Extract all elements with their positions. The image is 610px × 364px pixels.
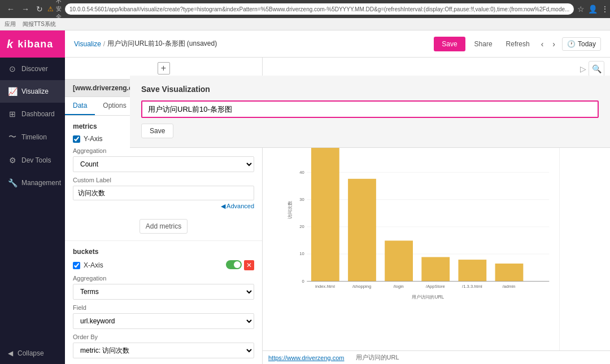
collapse-label: Collapse bbox=[18, 349, 44, 357]
bar-5[interactable] bbox=[458, 260, 486, 281]
sidebar: k kibana ⊙ Discover 📈 Visualize ⊞ Dashbo… bbox=[0, 30, 65, 364]
footer-link[interactable]: https://www.driverzeng.com bbox=[268, 354, 345, 361]
forward-btn[interactable]: → bbox=[19, 3, 32, 15]
dashboard-icon: ⊞ bbox=[8, 109, 17, 119]
svg-text:/login: /login bbox=[394, 284, 404, 289]
kibana-logo[interactable]: k kibana bbox=[0, 30, 65, 58]
svg-text:/1.3.3.html: /1.3.3.html bbox=[462, 284, 482, 289]
save-modal-title: Save Visualization bbox=[141, 85, 599, 94]
y-axis-checkbox[interactable] bbox=[73, 135, 80, 143]
x-axis-controls: ✕ bbox=[226, 260, 254, 270]
management-icon: 🔧 bbox=[8, 178, 17, 187]
collapse-icon: ◀ bbox=[8, 349, 13, 357]
visualize-icon: 📈 bbox=[8, 87, 17, 96]
sidebar-item-discover[interactable]: ⊙ Discover bbox=[0, 58, 65, 80]
svg-text:/admin: /admin bbox=[503, 284, 516, 289]
aggregation-field-label: Aggregation bbox=[73, 147, 254, 154]
bar-3[interactable] bbox=[385, 240, 413, 281]
sidebar-collapse-btn[interactable]: ◀ Collapse bbox=[0, 343, 65, 364]
x-axis-delete-btn[interactable]: ✕ bbox=[244, 260, 254, 270]
bookmark-icon[interactable]: ☆ bbox=[577, 5, 585, 14]
sidebar-item-dashboard[interactable]: ⊞ Dashboard bbox=[0, 103, 65, 125]
top-actions: Save Share Refresh ‹ › 🕐 Today bbox=[434, 37, 601, 51]
sidebar-item-visualize[interactable]: 📈 Visualize bbox=[0, 80, 65, 103]
discover-icon: ⊙ bbox=[8, 64, 17, 73]
svg-text:30: 30 bbox=[299, 197, 304, 202]
x-axis-toggle[interactable] bbox=[226, 260, 242, 269]
menu-icon[interactable]: ⋮ bbox=[601, 5, 609, 14]
kibana-logo-text: kibana bbox=[18, 38, 53, 50]
tab-data[interactable]: Data bbox=[65, 97, 95, 115]
bookmark-tts[interactable]: 闻报TTS系统 bbox=[23, 20, 56, 28]
add-metrics-bucket-btn[interactable]: + bbox=[158, 62, 170, 74]
security-warning-icon: ⚠ bbox=[47, 5, 54, 13]
timelion-icon: 〜 bbox=[8, 132, 17, 142]
footer-label: 用户访问的URL bbox=[356, 353, 399, 362]
expand-legend-button[interactable]: ▷ bbox=[580, 61, 586, 77]
url-text: 10.0.0.54:5601/app/kibana#/visualize/cre… bbox=[69, 6, 569, 12]
sidebar-label-management: Management bbox=[21, 179, 61, 187]
browser-refresh-btn[interactable]: ↻ bbox=[34, 3, 45, 15]
svg-text:index.html: index.html bbox=[315, 284, 335, 289]
add-metrics-button[interactable]: Add metrics bbox=[140, 219, 188, 234]
time-picker-button[interactable]: 🕐 Today bbox=[562, 37, 601, 51]
sidebar-label-discover: Discover bbox=[21, 65, 48, 73]
devtools-icon: ⚙ bbox=[8, 156, 17, 165]
breadcrumb: Visualize / 用户访问URL前10-条形图 (unsaved) bbox=[74, 39, 429, 49]
sidebar-label-visualize: Visualize bbox=[21, 87, 49, 95]
svg-text:/shopping: /shopping bbox=[352, 284, 371, 289]
user-icon[interactable]: 👤 bbox=[588, 5, 598, 14]
tab-options[interactable]: Options bbox=[95, 97, 134, 115]
time-icon: 🕐 bbox=[567, 40, 576, 48]
bookmarks-label: 应用 bbox=[5, 20, 16, 28]
nav-next-button[interactable]: › bbox=[550, 37, 557, 51]
y-axis-label-text: 访问次数 bbox=[287, 201, 293, 219]
svg-text:40: 40 bbox=[299, 170, 304, 175]
order-size-row: Order Descending Size bbox=[73, 358, 254, 364]
order-by-label: Order By bbox=[73, 334, 254, 340]
sidebar-item-management[interactable]: 🔧 Management bbox=[0, 172, 65, 194]
share-button[interactable]: Share bbox=[470, 38, 497, 50]
sidebar-label-dashboard: Dashboard bbox=[21, 110, 55, 118]
save-modal-save-button[interactable]: Save bbox=[141, 124, 173, 138]
chart-search-button[interactable]: 🔍 bbox=[589, 61, 604, 77]
field-select[interactable]: url.keyword bbox=[73, 313, 254, 329]
breadcrumb-current: 用户访问URL前10-条形图 (unsaved) bbox=[107, 39, 217, 49]
back-btn[interactable]: ← bbox=[5, 3, 17, 15]
order-by-select[interactable]: metric: 访问次数 bbox=[73, 343, 254, 358]
aggregation-select[interactable]: Count bbox=[73, 156, 254, 172]
custom-label-field-label: Custom Label bbox=[73, 177, 254, 183]
bar-2[interactable] bbox=[348, 179, 376, 282]
save-visualization-input[interactable] bbox=[141, 100, 599, 118]
svg-text:20: 20 bbox=[299, 224, 304, 229]
x-axis-checkbox[interactable] bbox=[73, 262, 80, 269]
svg-text:/AppStore: /AppStore bbox=[426, 284, 445, 289]
save-button[interactable]: Save bbox=[434, 37, 465, 51]
browser-bar: ← → ↻ ⚠ 不安全 10.0.0.54:5601/app/kibana#/v… bbox=[0, 0, 610, 18]
x-axis-row: X-Axis ✕ bbox=[73, 260, 254, 270]
address-bar[interactable]: 10.0.0.54:5601/app/kibana#/visualize/cre… bbox=[65, 3, 574, 15]
top-bar: Visualize / 用户访问URL前10-条形图 (unsaved) Sav… bbox=[65, 30, 610, 58]
breadcrumb-visualize-link[interactable]: Visualize bbox=[74, 40, 101, 48]
sidebar-item-devtools[interactable]: ⚙ Dev Tools bbox=[0, 149, 65, 172]
advanced-metrics-link[interactable]: ◀ Advanced bbox=[73, 203, 254, 210]
bar-6[interactable] bbox=[495, 264, 524, 281]
svg-text:0: 0 bbox=[302, 279, 304, 284]
bar-4[interactable] bbox=[421, 257, 450, 282]
sidebar-label-devtools: Dev Tools bbox=[21, 156, 51, 164]
sidebar-item-timelion[interactable]: 〜 Timelion bbox=[0, 125, 65, 149]
sidebar-label-timelion: Timelion bbox=[21, 133, 47, 141]
breadcrumb-separator: / bbox=[103, 40, 105, 48]
buckets-aggregation-label: Aggregation bbox=[73, 275, 254, 282]
custom-label-input[interactable] bbox=[73, 186, 254, 200]
chart-footer: https://www.driverzeng.com 用户访问的URL bbox=[263, 350, 610, 364]
bookmarks-bar: 应用 闻报TTS系统 bbox=[0, 18, 610, 30]
nav-prev-button[interactable]: ‹ bbox=[539, 37, 546, 51]
x-axis-title-text: 用户访问的URL bbox=[412, 294, 444, 300]
buckets-aggregation-select[interactable]: Terms bbox=[73, 284, 254, 300]
refresh-button[interactable]: Refresh bbox=[502, 38, 534, 50]
svg-text:10: 10 bbox=[299, 251, 304, 256]
sidebar-bottom: ◀ Collapse bbox=[0, 343, 65, 364]
y-axis-label: Y-Axis bbox=[84, 135, 103, 143]
field-label: Field bbox=[73, 304, 254, 311]
